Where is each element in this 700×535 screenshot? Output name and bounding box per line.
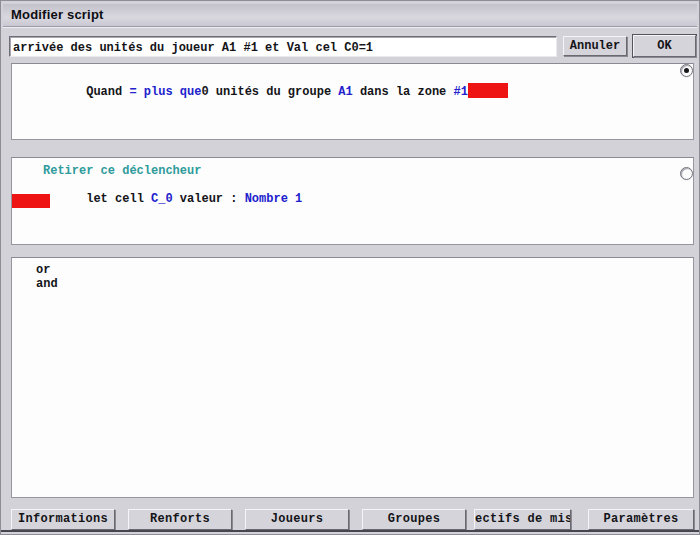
script-name-input[interactable]: [9, 36, 557, 57]
action-let-cell-text: let cell: [86, 192, 151, 206]
renforts-button[interactable]: Renforts: [128, 509, 232, 530]
ok-button[interactable]: OK: [633, 35, 696, 57]
window-bottom-edge: [1, 530, 699, 532]
informations-button[interactable]: Informations: [11, 509, 115, 530]
condition-group-param[interactable]: A1: [338, 85, 352, 99]
action-line: let cell C_0 valeur : Nombre 1: [43, 178, 302, 220]
condition-radio-button[interactable]: [680, 64, 693, 77]
condition-zone-param[interactable]: #1: [454, 85, 468, 99]
title-bar[interactable]: Modifier script: [3, 4, 697, 27]
parametres-button[interactable]: Paramètres: [588, 509, 694, 530]
condition-keyword: Quand: [86, 85, 129, 99]
condition-operator-param[interactable]: = plus que: [129, 85, 201, 99]
joueurs-button[interactable]: Joueurs: [245, 509, 349, 530]
operator-or[interactable]: or: [36, 263, 50, 277]
action-cell-param[interactable]: C_0: [151, 192, 173, 206]
condition-zone-text: dans la zone: [353, 85, 454, 99]
operators-panel[interactable]: or and: [11, 257, 694, 498]
groupes-button[interactable]: Groupes: [362, 509, 466, 530]
remove-trigger-action[interactable]: Retirer ce déclencheur: [43, 164, 201, 178]
action-radio-button[interactable]: [680, 167, 693, 180]
action-value-param[interactable]: Nombre 1: [245, 192, 303, 206]
condition-panel[interactable]: Quand = plus que0 unités du groupe A1 da…: [11, 63, 694, 140]
modifier-script-dialog: Modifier script Annuler OK Quand = plus …: [0, 0, 700, 535]
objectifs-mission-button[interactable]: ectifs de miss: [474, 509, 571, 530]
red-highlight-parameter[interactable]: [12, 194, 50, 208]
action-panel[interactable]: Retirer ce déclencheur let cell C_0 vale…: [11, 157, 694, 245]
operator-and[interactable]: and: [36, 277, 58, 291]
cancel-button[interactable]: Annuler: [563, 36, 627, 56]
action-valeur-text: valeur :: [173, 192, 245, 206]
condition-value: 0: [201, 85, 208, 99]
radio-selected-dot: [684, 68, 689, 73]
condition-line: Quand = plus que0 unités du groupe A1 da…: [43, 69, 508, 113]
condition-units-text: unités du groupe: [209, 85, 339, 99]
red-highlight-parameter[interactable]: [468, 83, 508, 98]
window-title: Modifier script: [11, 7, 104, 22]
